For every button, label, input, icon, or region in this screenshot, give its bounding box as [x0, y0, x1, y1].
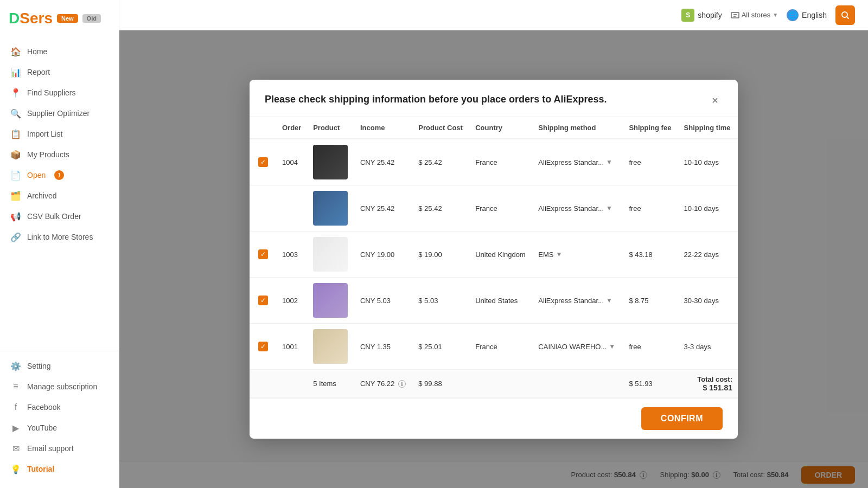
shipping-method-arrow[interactable]: ▼	[606, 297, 612, 304]
row-checkbox[interactable]: ✓	[258, 296, 268, 305]
home-icon: 🏠	[11, 47, 21, 56]
shipping-method-arrow[interactable]: ▼	[606, 204, 612, 212]
sidebar-item-label: CSV Bulk Order	[27, 212, 81, 221]
sidebar-item-csv-bulk-order[interactable]: 📢 CSV Bulk Order	[0, 206, 119, 227]
sidebar-item-home[interactable]: 🏠 Home	[0, 41, 119, 62]
sidebar-item-supplier-optimizer[interactable]: 🔍 Supplier Optimizer	[0, 103, 119, 124]
sidebar-item-label: Tutorial	[27, 465, 54, 473]
income-cell: CNY 5.03	[355, 278, 413, 324]
product-cost-cell: $ 19.00	[413, 232, 470, 278]
product-cell	[308, 185, 355, 232]
shipping-method-cell[interactable]: EMS ▼	[533, 232, 623, 278]
col-order: Order	[277, 117, 308, 139]
main-content: Please check shipping information before…	[119, 30, 868, 488]
info-icon[interactable]: ℹ	[398, 380, 406, 388]
search-button[interactable]	[835, 5, 855, 25]
income-cell: CNY 1.35	[355, 324, 413, 370]
shipping-method-cell[interactable]: AliExpress Standar... ▼	[533, 139, 623, 185]
product-cost-cell: $ 5.03	[413, 278, 470, 324]
topbar: S shopify All stores ▼ 🌐 English	[119, 0, 868, 30]
total-cny-cell: CNY 76.22 ℹ	[355, 370, 413, 398]
product-image	[313, 191, 348, 226]
badge-old[interactable]: Old	[82, 14, 101, 23]
facebook-icon: f	[11, 402, 21, 412]
import-list-icon: 📋	[11, 129, 21, 139]
badge-new[interactable]: New	[57, 14, 78, 23]
row-checkbox[interactable]: ✓	[258, 249, 268, 259]
shipping-time-cell: 3-3 days	[679, 324, 738, 370]
sidebar-item-email-support[interactable]: ✉ Email support	[0, 438, 119, 459]
sidebar-item-report[interactable]: 📊 Report	[0, 62, 119, 82]
product-cost-cell: $ 25.01	[413, 324, 470, 370]
logo-area: DSers New Old	[0, 0, 119, 37]
modal-close-button[interactable]: ×	[707, 93, 723, 108]
col-product-cost: Product Cost	[413, 117, 470, 139]
shipping-method-cell[interactable]: CAINIAO WAREHO... ▼	[533, 324, 623, 370]
sidebar-item-label: Home	[27, 47, 47, 56]
sidebar-item-find-suppliers[interactable]: 📍 Find Suppliers	[0, 82, 119, 103]
checkbox-cell[interactable]: ✓	[250, 324, 277, 370]
sidebar-item-archived[interactable]: 🗂️ Archived	[0, 185, 119, 206]
sidebar-item-manage-subscription[interactable]: ≡ Manage subscription	[0, 376, 119, 397]
country-cell: United States	[470, 278, 533, 324]
logo-text: DSers	[9, 10, 53, 27]
total-cost-amount: $ 151.81	[684, 383, 732, 392]
country-cell: France	[470, 139, 533, 185]
table-row: ✓ 1001 CNY 1.35 $ 25.01 France	[250, 324, 738, 370]
shipping-fee-cell: free	[623, 324, 678, 370]
total-cost-cell: Total cost: $ 151.81	[679, 370, 738, 398]
col-income: Income	[355, 117, 413, 139]
sidebar-item-youtube[interactable]: ▶ YouTube	[0, 418, 119, 438]
supplier-optimizer-icon: 🔍	[11, 108, 21, 118]
order-cell: 1003	[277, 232, 308, 278]
modal-footer: CONFIRM	[250, 398, 738, 439]
checkbox-cell[interactable]: ✓	[250, 232, 277, 278]
lang-label: English	[802, 11, 827, 20]
sidebar-item-label: YouTube	[27, 423, 57, 432]
sidebar-item-setting[interactable]: ⚙️ Setting	[0, 356, 119, 376]
youtube-icon: ▶	[11, 423, 21, 433]
store-icon	[731, 11, 739, 20]
sidebar-item-tutorial[interactable]: 💡 Tutorial	[0, 459, 119, 479]
shipping-method-arrow[interactable]: ▼	[606, 158, 612, 166]
table-row: ✓ 1003 CNY 19.00 $ 19.00 United Kingdom	[250, 232, 738, 278]
shipping-time-cell: 30-30 days	[679, 278, 738, 324]
shipping-fee-cell: $ 43.18	[623, 232, 678, 278]
shipping-method-cell[interactable]: AliExpress Standar... ▼	[533, 278, 623, 324]
checkbox-cell-empty	[250, 185, 277, 232]
shipping-method-cell[interactable]: AliExpress Standar... ▼	[533, 185, 623, 232]
shipping-method-label: AliExpress Standar...	[538, 204, 604, 213]
sidebar-item-label: Open	[27, 171, 46, 179]
confirm-button[interactable]: CONFIRM	[641, 407, 723, 430]
sidebar-item-facebook[interactable]: f Facebook	[0, 397, 119, 418]
row-checkbox[interactable]: ✓	[258, 342, 268, 351]
product-cell	[308, 232, 355, 278]
language-selector[interactable]: 🌐 English	[787, 9, 827, 21]
sidebar-item-open[interactable]: 📄 Open 1	[0, 165, 119, 185]
setting-icon: ⚙️	[11, 361, 21, 371]
logo-sers: Sers	[20, 10, 53, 27]
checkbox-cell[interactable]: ✓	[250, 278, 277, 324]
sidebar-item-label: Email support	[27, 444, 74, 453]
sidebar-item-label: Setting	[27, 362, 51, 370]
modal-title: Please check shipping information before…	[265, 93, 607, 106]
sidebar-bottom: ⚙️ Setting ≡ Manage subscription f Faceb…	[0, 351, 119, 488]
shipping-method-arrow[interactable]: ▼	[609, 343, 615, 350]
all-stores-selector[interactable]: All stores ▼	[731, 11, 778, 20]
row-checkbox[interactable]: ✓	[258, 157, 268, 167]
checkbox-cell[interactable]: ✓	[250, 139, 277, 185]
sidebar-item-import-list[interactable]: 📋 Import List	[0, 124, 119, 144]
sidebar-item-label: Supplier Optimizer	[27, 109, 90, 118]
sidebar-item-my-products[interactable]: 📦 My Products	[0, 144, 119, 165]
manage-subscription-icon: ≡	[11, 382, 21, 391]
items-count: 5 Items	[313, 380, 336, 388]
link-icon: 🔗	[11, 232, 21, 242]
product-image	[313, 283, 348, 318]
product-cell	[308, 139, 355, 185]
shipping-method-arrow[interactable]: ▼	[556, 251, 563, 258]
orders-table: Order Product Income Product Cost Countr…	[250, 117, 738, 398]
sidebar-item-label: Archived	[27, 191, 56, 200]
total-cny: CNY 76.22	[360, 380, 394, 388]
sidebar-item-link-to-more-stores[interactable]: 🔗 Link to More Stores	[0, 227, 119, 247]
total-product-cost-cell: $ 99.88	[413, 370, 470, 398]
